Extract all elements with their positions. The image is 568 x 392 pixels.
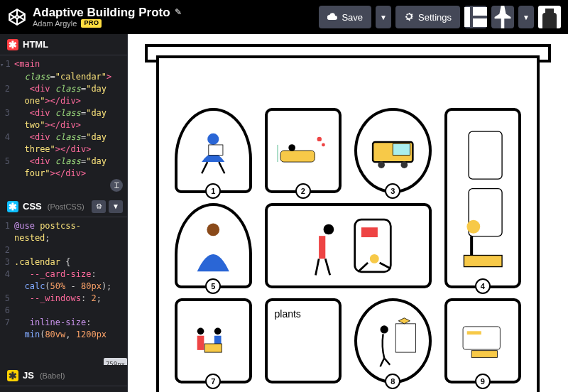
edit-title-icon[interactable]: ✎: [175, 8, 182, 17]
more-dropdown[interactable]: ▼: [518, 6, 534, 28]
codepen-logo[interactable]: [7, 7, 27, 27]
svg-rect-23: [361, 227, 377, 237]
calendar-cell-1: 1: [175, 108, 252, 193]
save-button[interactable]: Save: [319, 6, 371, 28]
user-avatar[interactable]: [538, 6, 561, 28]
text-cursor-icon: Ꮖ: [110, 179, 123, 192]
js-panel-header[interactable]: ✱ JS (Babel): [0, 365, 127, 386]
toolbar: Save ▼ Settings ▼: [319, 6, 561, 28]
svg-rect-14: [393, 143, 410, 155]
svg-rect-8: [280, 151, 315, 162]
cell-number: 9: [475, 374, 491, 389]
svg-point-6: [207, 134, 219, 145]
calendar-cell-4: 4: [444, 108, 522, 288]
save-dropdown[interactable]: ▼: [376, 6, 391, 28]
calendar-cell-3: 3: [354, 108, 432, 193]
svg-point-26: [197, 327, 204, 334]
pro-badge: PRO: [81, 19, 102, 28]
svg-rect-20: [464, 256, 502, 267]
preview-pane[interactable]: 12345789plants: [128, 34, 568, 392]
svg-rect-28: [197, 336, 204, 350]
css-panel-label: CSS: [23, 201, 42, 212]
cell-number: 7: [205, 374, 221, 389]
svg-point-10: [317, 137, 321, 141]
editor-column: ✱ HTML ▾1<main class="calendar">2 <div c…: [0, 34, 128, 392]
calendar-cell-8: 8: [354, 298, 432, 383]
html-badge-icon: ✱: [7, 39, 18, 50]
pen-title[interactable]: Adaptive Building Proto: [33, 6, 170, 20]
html-panel-label: HTML: [23, 39, 48, 50]
cell-number: 3: [385, 183, 400, 199]
svg-point-11: [322, 143, 325, 147]
title-block: Adaptive Building Proto ✎ Adam Argyle PR…: [33, 6, 182, 28]
svg-point-15: [378, 161, 385, 168]
layout-button[interactable]: [464, 6, 487, 28]
html-panel-header[interactable]: ✱ HTML: [0, 34, 127, 55]
author-name[interactable]: Adam Argyle: [33, 19, 77, 28]
svg-point-24: [323, 224, 334, 235]
css-dropdown-icon[interactable]: ▼: [109, 200, 123, 213]
html-code[interactable]: ▾1<main class="calendar">2 <div class="d…: [0, 55, 127, 196]
svg-rect-30: [204, 344, 222, 352]
save-label: Save: [342, 12, 363, 23]
svg-rect-34: [463, 327, 500, 349]
pin-button[interactable]: [491, 6, 514, 28]
svg-point-33: [381, 325, 388, 333]
svg-point-16: [401, 161, 408, 168]
cloud-icon: [327, 12, 337, 23]
svg-rect-36: [471, 351, 497, 358]
svg-rect-17: [469, 131, 502, 179]
svg-rect-35: [466, 331, 481, 334]
settings-button[interactable]: Settings: [395, 6, 460, 28]
js-panel-sublabel: (Babel): [40, 371, 65, 380]
svg-rect-3: [464, 7, 470, 27]
svg-point-9: [288, 144, 295, 151]
calendar-cell-9: 9: [444, 298, 522, 383]
css-badge-icon: ✱: [7, 201, 18, 212]
calendar-cell-7: 7: [175, 298, 252, 383]
cell-number: 4: [475, 278, 491, 294]
settings-label: Settings: [418, 12, 452, 23]
svg-marker-32: [398, 318, 410, 324]
js-panel-label: JS: [23, 370, 34, 381]
cell-number: 5: [205, 278, 221, 294]
css-panel-sublabel: (PostCSS): [48, 202, 84, 211]
gear-icon: [404, 11, 414, 23]
svg-point-25: [369, 254, 378, 263]
cell-number: 1: [205, 183, 221, 199]
svg-point-27: [214, 327, 222, 334]
calendar-cell-5: 5: [175, 203, 252, 288]
css-panel-header[interactable]: ✱ CSS (PostCSS) ⚙ ▼: [0, 196, 127, 217]
css-code[interactable]: 1@use postcss-nested;2 3.calendar {4 --_…: [0, 217, 127, 365]
js-badge-icon: ✱: [7, 370, 18, 381]
svg-rect-7: [209, 145, 223, 155]
cell-number: 8: [385, 374, 400, 389]
svg-point-21: [207, 224, 219, 236]
calendar-cell-6: [265, 203, 432, 288]
css-settings-icon[interactable]: ⚙: [92, 200, 106, 213]
plants-cell: plants: [265, 298, 342, 383]
resize-badge: 759px: [104, 358, 127, 365]
svg-point-19: [466, 220, 480, 234]
svg-rect-4: [473, 7, 487, 16]
svg-rect-31: [395, 324, 415, 352]
svg-rect-5: [473, 18, 487, 27]
app-header: Adaptive Building Proto ✎ Adam Argyle PR…: [0, 0, 568, 34]
cell-number: 2: [295, 183, 311, 199]
building: 12345789plants: [156, 55, 540, 392]
calendar-cell-2: 2: [265, 108, 342, 193]
plants-label: plants: [275, 308, 301, 320]
